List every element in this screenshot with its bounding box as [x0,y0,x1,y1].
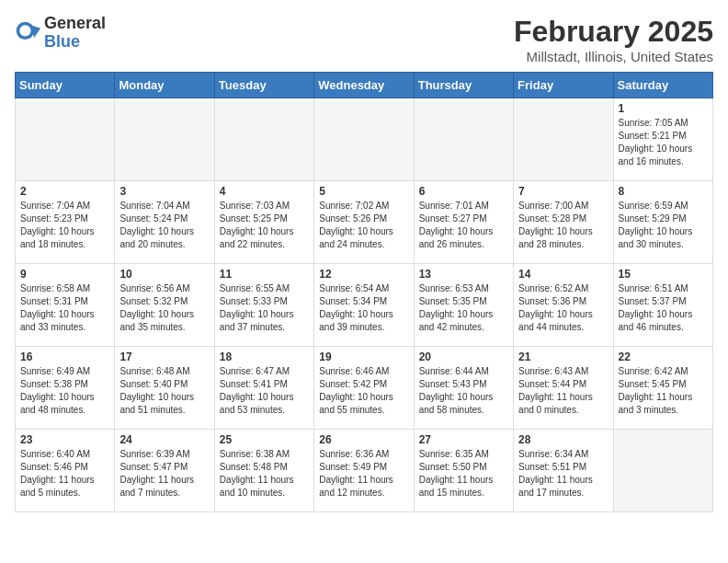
day-info: Sunrise: 6:39 AM Sunset: 5:47 PM Dayligh… [119,448,209,500]
calendar-cell [214,98,313,181]
week-row-3: 9Sunrise: 6:58 AM Sunset: 5:31 PM Daylig… [16,264,713,347]
calendar-cell [613,430,712,512]
calendar-cell: 23Sunrise: 6:40 AM Sunset: 5:46 PM Dayli… [16,430,115,512]
day-number: 18 [220,350,309,363]
calendar-cell: 22Sunrise: 6:42 AM Sunset: 5:45 PM Dayli… [613,347,712,430]
calendar-cell: 11Sunrise: 6:55 AM Sunset: 5:33 PM Dayli… [214,264,313,347]
calendar-cell: 18Sunrise: 6:47 AM Sunset: 5:41 PM Dayli… [214,347,313,430]
calendar-cell [514,98,613,181]
day-info: Sunrise: 6:54 AM Sunset: 5:34 PM Dayligh… [319,282,408,334]
weekday-header-saturday: Saturday [613,73,712,98]
day-number: 21 [518,350,608,363]
calendar-cell: 3Sunrise: 7:04 AM Sunset: 5:24 PM Daylig… [115,181,214,264]
day-number: 8 [619,185,708,198]
day-number: 16 [20,350,109,363]
day-number: 23 [20,433,109,446]
day-info: Sunrise: 6:55 AM Sunset: 5:33 PM Dayligh… [220,282,309,334]
day-info: Sunrise: 6:58 AM Sunset: 5:31 PM Dayligh… [20,282,109,334]
logo: General Blue [15,15,106,52]
day-info: Sunrise: 7:00 AM Sunset: 5:28 PM Dayligh… [518,200,608,251]
calendar-cell: 25Sunrise: 6:38 AM Sunset: 5:48 PM Dayli… [214,430,313,512]
calendar-cell: 5Sunrise: 7:02 AM Sunset: 5:26 PM Daylig… [314,181,414,264]
day-info: Sunrise: 6:53 AM Sunset: 5:35 PM Dayligh… [419,282,508,334]
week-row-1: 1Sunrise: 7:05 AM Sunset: 5:21 PM Daylig… [16,98,713,181]
day-number: 6 [419,185,508,198]
calendar-cell: 26Sunrise: 6:36 AM Sunset: 5:49 PM Dayli… [314,430,414,512]
day-number: 27 [419,433,508,446]
logo-text: General Blue [44,15,106,52]
day-info: Sunrise: 6:40 AM Sunset: 5:46 PM Dayligh… [20,448,109,500]
day-number: 1 [619,102,708,115]
day-number: 4 [220,185,309,198]
day-number: 15 [619,268,708,281]
calendar-cell: 24Sunrise: 6:39 AM Sunset: 5:47 PM Dayli… [115,430,214,512]
week-row-5: 23Sunrise: 6:40 AM Sunset: 5:46 PM Dayli… [16,430,713,512]
calendar-cell: 2Sunrise: 7:04 AM Sunset: 5:23 PM Daylig… [16,181,115,264]
day-number: 14 [518,268,608,281]
day-number: 3 [119,185,209,198]
calendar-cell: 14Sunrise: 6:52 AM Sunset: 5:36 PM Dayli… [514,264,613,347]
calendar-cell [115,98,214,181]
day-info: Sunrise: 7:04 AM Sunset: 5:23 PM Dayligh… [20,200,109,251]
weekday-header-tuesday: Tuesday [214,73,313,98]
day-number: 22 [619,350,708,363]
day-number: 13 [419,268,508,281]
calendar-cell: 12Sunrise: 6:54 AM Sunset: 5:34 PM Dayli… [314,264,414,347]
day-info: Sunrise: 6:35 AM Sunset: 5:50 PM Dayligh… [419,448,508,500]
calendar-cell: 8Sunrise: 6:59 AM Sunset: 5:29 PM Daylig… [613,181,712,264]
day-info: Sunrise: 7:05 AM Sunset: 5:21 PM Dayligh… [619,117,708,168]
day-info: Sunrise: 6:56 AM Sunset: 5:32 PM Dayligh… [119,282,209,334]
calendar-cell: 28Sunrise: 6:34 AM Sunset: 5:51 PM Dayli… [514,430,613,512]
page-header: General Blue February 2025 Millstadt, Il… [15,15,713,64]
calendar-cell: 16Sunrise: 6:49 AM Sunset: 5:38 PM Dayli… [16,347,115,430]
day-number: 10 [119,268,209,281]
day-number: 11 [220,268,309,281]
day-info: Sunrise: 6:42 AM Sunset: 5:45 PM Dayligh… [619,365,708,417]
day-info: Sunrise: 6:59 AM Sunset: 5:29 PM Dayligh… [619,200,708,251]
weekday-header-row: SundayMondayTuesdayWednesdayThursdayFrid… [16,73,713,98]
day-info: Sunrise: 7:01 AM Sunset: 5:27 PM Dayligh… [419,200,508,251]
calendar-cell: 17Sunrise: 6:48 AM Sunset: 5:40 PM Dayli… [115,347,214,430]
calendar-cell: 27Sunrise: 6:35 AM Sunset: 5:50 PM Dayli… [414,430,513,512]
calendar-cell: 7Sunrise: 7:00 AM Sunset: 5:28 PM Daylig… [514,181,613,264]
day-info: Sunrise: 6:52 AM Sunset: 5:36 PM Dayligh… [518,282,608,334]
day-info: Sunrise: 6:46 AM Sunset: 5:42 PM Dayligh… [319,365,408,417]
day-number: 17 [119,350,209,363]
day-info: Sunrise: 6:47 AM Sunset: 5:41 PM Dayligh… [220,365,309,417]
calendar-cell: 21Sunrise: 6:43 AM Sunset: 5:44 PM Dayli… [514,347,613,430]
weekday-header-wednesday: Wednesday [314,73,414,98]
day-info: Sunrise: 6:49 AM Sunset: 5:38 PM Dayligh… [20,365,109,417]
calendar-cell: 9Sunrise: 6:58 AM Sunset: 5:31 PM Daylig… [16,264,115,347]
day-info: Sunrise: 6:43 AM Sunset: 5:44 PM Dayligh… [518,365,608,417]
calendar-cell [414,98,513,181]
logo-general-text: General [44,15,106,33]
day-info: Sunrise: 6:44 AM Sunset: 5:43 PM Dayligh… [419,365,508,417]
day-info: Sunrise: 7:04 AM Sunset: 5:24 PM Dayligh… [119,200,209,251]
day-info: Sunrise: 6:34 AM Sunset: 5:51 PM Dayligh… [518,448,608,500]
calendar-cell: 20Sunrise: 6:44 AM Sunset: 5:43 PM Dayli… [414,347,513,430]
calendar-cell: 6Sunrise: 7:01 AM Sunset: 5:27 PM Daylig… [414,181,513,264]
title-block: February 2025 Millstadt, Illinois, Unite… [514,15,713,64]
day-number: 9 [20,268,109,281]
day-number: 28 [518,433,608,446]
calendar-cell: 13Sunrise: 6:53 AM Sunset: 5:35 PM Dayli… [414,264,513,347]
calendar-cell [16,98,115,181]
weekday-header-monday: Monday [115,73,214,98]
day-number: 25 [220,433,309,446]
day-info: Sunrise: 6:36 AM Sunset: 5:49 PM Dayligh… [319,448,408,500]
logo-icon [15,20,40,46]
week-row-4: 16Sunrise: 6:49 AM Sunset: 5:38 PM Dayli… [16,347,713,430]
day-info: Sunrise: 6:48 AM Sunset: 5:40 PM Dayligh… [119,365,209,417]
day-number: 26 [319,433,408,446]
calendar-cell: 19Sunrise: 6:46 AM Sunset: 5:42 PM Dayli… [314,347,414,430]
day-info: Sunrise: 7:03 AM Sunset: 5:25 PM Dayligh… [220,200,309,251]
day-number: 24 [119,433,209,446]
day-number: 12 [319,268,408,281]
calendar-cell [314,98,414,181]
calendar-table: SundayMondayTuesdayWednesdayThursdayFrid… [15,72,713,512]
logo-blue-text: Blue [44,33,106,52]
day-number: 2 [20,185,109,198]
day-number: 20 [419,350,508,363]
svg-point-1 [19,25,30,36]
day-number: 5 [319,185,408,198]
